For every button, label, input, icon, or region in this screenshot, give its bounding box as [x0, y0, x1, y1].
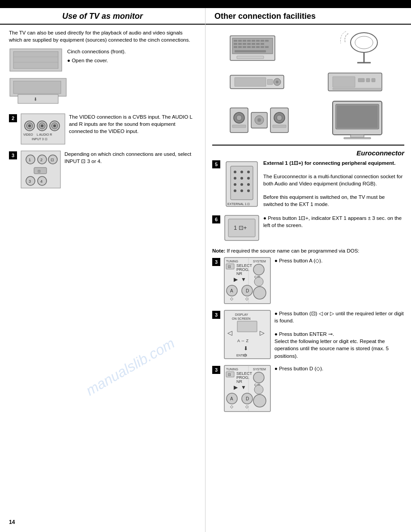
svg-point-119	[253, 264, 264, 275]
svg-text:⊡: ⊡	[228, 265, 231, 269]
svg-text:TUNING: TUNING	[226, 260, 238, 263]
svg-rect-46	[238, 43, 242, 45]
svg-text:▼: ▼	[241, 384, 246, 390]
svg-point-97	[234, 177, 236, 180]
section-3: 3 1 2 ⊡	[9, 150, 196, 190]
svg-point-85	[277, 115, 282, 120]
svg-rect-37	[234, 40, 237, 42]
svg-text:SYSTEM: SYSTEM	[253, 260, 266, 263]
svg-rect-38	[238, 40, 242, 42]
left-title: Use of TV as monitor	[4, 12, 201, 21]
svg-rect-39	[243, 40, 246, 42]
svg-text:3: 3	[29, 179, 31, 184]
svg-text:EXTERNAL 1 ⊡: EXTERNAL 1 ⊡	[227, 202, 250, 206]
svg-rect-74	[372, 78, 375, 82]
svg-point-14	[41, 124, 43, 127]
svg-text:NR: NR	[236, 379, 242, 384]
svg-point-123	[254, 277, 263, 286]
svg-text:◇: ◇	[245, 404, 248, 409]
svg-rect-58	[261, 46, 264, 48]
svg-text:D: D	[246, 396, 249, 401]
svg-point-105	[247, 189, 250, 192]
right-title-bar: Other connection facilities	[206, 8, 411, 25]
svg-point-159	[253, 395, 266, 407]
svg-rect-5	[13, 81, 61, 94]
press-enter: ● Press button ENTER ⊸.	[274, 330, 404, 338]
svg-rect-51	[261, 43, 264, 45]
svg-point-94	[234, 171, 236, 173]
device-speakers	[212, 99, 307, 139]
svg-text:⊡: ⊡	[51, 158, 54, 162]
svg-text:A: A	[230, 288, 233, 293]
svg-point-11	[28, 124, 31, 127]
svg-point-62	[355, 36, 373, 49]
svg-text:DISPLAY: DISPLAY	[235, 313, 248, 316]
svg-rect-72	[358, 78, 364, 82]
svg-rect-56	[252, 46, 255, 48]
svg-text:A ↔ Z: A ↔ Z	[237, 339, 249, 343]
svg-rect-134	[237, 321, 257, 332]
section-3b: 3 DISPLAY ON SCREEN ◁ ▷ A ↔ Z	[212, 310, 404, 360]
ext1-heading: External 1 (1⊡+) for connecting peripher…	[263, 159, 404, 167]
euroconnector-title: Euroconnector	[356, 149, 404, 157]
svg-text:4: 4	[40, 179, 43, 184]
device-computer	[212, 29, 307, 65]
svg-point-128	[253, 287, 266, 299]
svg-rect-75	[333, 88, 382, 90]
svg-text:▷: ▷	[260, 329, 265, 336]
svg-point-104	[240, 189, 243, 192]
svg-rect-45	[234, 43, 237, 45]
svg-text:VIDEO: VIDEO	[23, 133, 33, 136]
svg-rect-79	[232, 125, 246, 128]
left-title-bar: Use of TV as monitor	[0, 8, 205, 25]
svg-rect-53	[238, 46, 242, 48]
svg-point-61	[351, 33, 377, 52]
section2-text: The VIDEO connection is a CVBS input. Th…	[69, 113, 196, 135]
svg-rect-90	[351, 135, 364, 137]
section-6: 6 1 ⊡+ ● Press button 1⊡+, indicator EXT…	[212, 215, 404, 243]
svg-point-150	[253, 372, 264, 383]
devices-grid	[212, 29, 404, 139]
svg-rect-41	[252, 40, 255, 42]
badge-3a: 3	[212, 258, 220, 266]
section-5: 5	[212, 159, 404, 210]
svg-rect-50	[256, 43, 260, 45]
front-panel-image-2: ⬇	[9, 77, 67, 107]
tuning-panel-a-image: TUNING SYSTEM ⊡ SELECT PROG. NR	[224, 257, 271, 305]
right-title: Other connection facilities	[214, 12, 402, 21]
svg-text:▼: ▼	[241, 276, 246, 283]
svg-text:SYSTEM: SYSTEM	[253, 368, 266, 371]
badge-3b: 3	[212, 311, 220, 319]
svg-text:1: 1	[29, 158, 31, 162]
svg-rect-42	[256, 40, 260, 42]
svg-text:1 ⊡+: 1 ⊡+	[234, 224, 247, 231]
svg-point-96	[247, 171, 250, 173]
svg-text:⊡: ⊡	[228, 373, 231, 377]
press-display: ● Press button (⊡) ◁ or ▷ until the requ…	[274, 310, 404, 324]
note-text: Note: If required the source name can be…	[212, 247, 404, 254]
svg-text:L  AUDIO  R: L AUDIO R	[37, 133, 52, 136]
svg-text:TUNING: TUNING	[226, 368, 238, 371]
right-column: Other connection facilities	[206, 8, 411, 532]
svg-rect-49	[252, 43, 255, 45]
svg-point-154	[254, 385, 263, 394]
device-dvd	[212, 69, 307, 95]
svg-text:⊡: ⊡	[38, 169, 41, 173]
svg-rect-43	[261, 40, 264, 42]
page-number: 14	[9, 519, 15, 525]
svg-rect-89	[337, 105, 378, 128]
svg-text:◇: ◇	[230, 296, 233, 301]
svg-rect-47	[243, 43, 246, 45]
section-3c: 3 TUNING SYSTEM ⊡ SELECT PROG. NR	[212, 365, 404, 413]
svg-point-99	[247, 177, 250, 180]
tuning-panel-b-image: TUNING SYSTEM ⊡ SELECT PROG. NR ▶ ▼ C/P	[224, 365, 271, 413]
svg-text:◇: ◇	[245, 296, 248, 301]
badge-3: 3	[9, 151, 17, 159]
svg-rect-73	[366, 78, 370, 82]
svg-point-102	[247, 183, 250, 186]
device-vcr	[310, 69, 405, 95]
svg-rect-1	[13, 51, 58, 69]
section-2: 2	[9, 113, 196, 146]
svg-text:◇: ◇	[230, 404, 233, 409]
press-enter-detail: Select the following letter or digit etc…	[274, 338, 404, 359]
